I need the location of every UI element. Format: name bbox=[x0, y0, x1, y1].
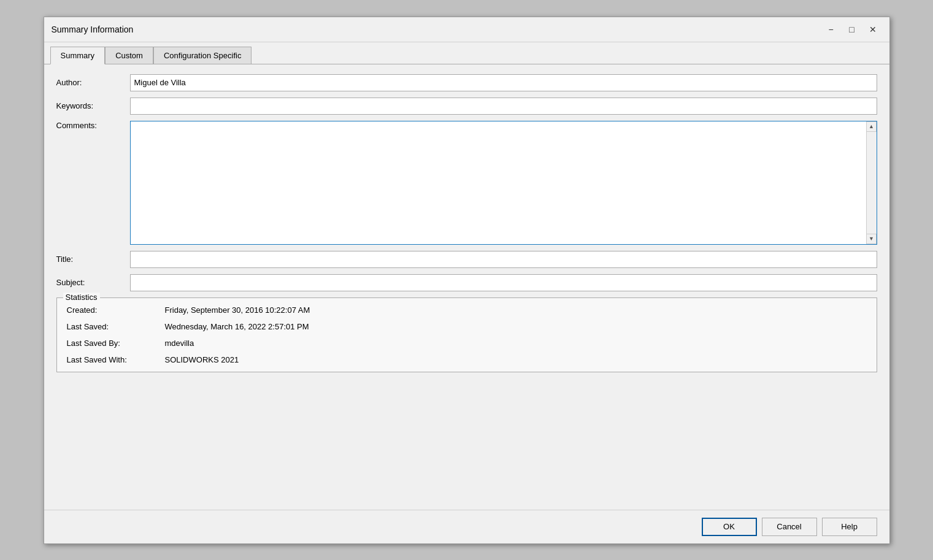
scroll-up-arrow[interactable]: ▲ bbox=[866, 121, 877, 132]
comments-label: Comments: bbox=[56, 121, 130, 130]
comments-textarea[interactable] bbox=[131, 121, 877, 244]
close-button[interactable]: ✕ bbox=[864, 22, 882, 37]
content-area: Author: Keywords: Comments: ▲ ▼ Title: bbox=[44, 64, 889, 510]
tab-configuration-specific-label: Configuration Specific bbox=[164, 51, 241, 60]
footer: OK Cancel Help bbox=[44, 510, 889, 543]
tab-custom-label: Custom bbox=[115, 51, 143, 60]
scroll-down-arrow[interactable]: ▼ bbox=[866, 234, 877, 244]
tab-custom[interactable]: Custom bbox=[105, 47, 153, 64]
last-saved-label: Last Saved: bbox=[67, 322, 165, 331]
cancel-button[interactable]: Cancel bbox=[762, 518, 817, 536]
tab-summary-label: Summary bbox=[61, 51, 95, 60]
author-input[interactable] bbox=[130, 74, 877, 91]
statistics-group: Statistics Created: Friday, September 30… bbox=[56, 297, 877, 372]
subject-label: Subject: bbox=[56, 278, 130, 287]
ok-button[interactable]: OK bbox=[702, 518, 757, 536]
last-saved-with-label: Last Saved With: bbox=[67, 355, 165, 364]
last-saved-by-label: Last Saved By: bbox=[67, 339, 165, 348]
last-saved-with-value: SOLIDWORKS 2021 bbox=[165, 355, 239, 364]
title-bar-controls: − □ ✕ bbox=[822, 22, 882, 37]
title-bar: Summary Information − □ ✕ bbox=[44, 17, 889, 42]
help-button[interactable]: Help bbox=[822, 518, 877, 536]
comments-textarea-wrapper: ▲ ▼ bbox=[130, 121, 877, 245]
tab-summary[interactable]: Summary bbox=[50, 47, 106, 64]
tab-configuration-specific[interactable]: Configuration Specific bbox=[153, 47, 251, 64]
last-saved-value: Wednesday, March 16, 2022 2:57:01 PM bbox=[165, 322, 309, 331]
created-label: Created: bbox=[67, 305, 165, 315]
author-label: Author: bbox=[56, 78, 130, 87]
keywords-row: Keywords: bbox=[56, 98, 877, 115]
minimize-button[interactable]: − bbox=[822, 22, 840, 37]
statistics-legend: Statistics bbox=[63, 293, 100, 302]
summary-information-dialog: Summary Information − □ ✕ Summary Custom… bbox=[44, 17, 890, 544]
last-saved-row: Last Saved: Wednesday, March 16, 2022 2:… bbox=[67, 322, 867, 331]
keywords-input[interactable] bbox=[130, 98, 877, 115]
dialog-title: Summary Information bbox=[52, 25, 134, 34]
last-saved-by-value: mdevilla bbox=[165, 339, 194, 348]
comments-row: Comments: ▲ ▼ bbox=[56, 121, 877, 245]
comments-scrollbar: ▲ ▼ bbox=[866, 121, 877, 244]
keywords-label: Keywords: bbox=[56, 101, 130, 110]
subject-row: Subject: bbox=[56, 274, 877, 291]
maximize-button[interactable]: □ bbox=[843, 22, 861, 37]
title-label: Title: bbox=[56, 255, 130, 264]
last-saved-by-row: Last Saved By: mdevilla bbox=[67, 339, 867, 348]
created-value: Friday, September 30, 2016 10:22:07 AM bbox=[165, 305, 310, 315]
author-row: Author: bbox=[56, 74, 877, 91]
title-row: Title: bbox=[56, 251, 877, 268]
title-input[interactable] bbox=[130, 251, 877, 268]
subject-input[interactable] bbox=[130, 274, 877, 291]
created-row: Created: Friday, September 30, 2016 10:2… bbox=[67, 305, 867, 315]
tab-bar: Summary Custom Configuration Specific bbox=[44, 42, 889, 64]
last-saved-with-row: Last Saved With: SOLIDWORKS 2021 bbox=[67, 355, 867, 364]
